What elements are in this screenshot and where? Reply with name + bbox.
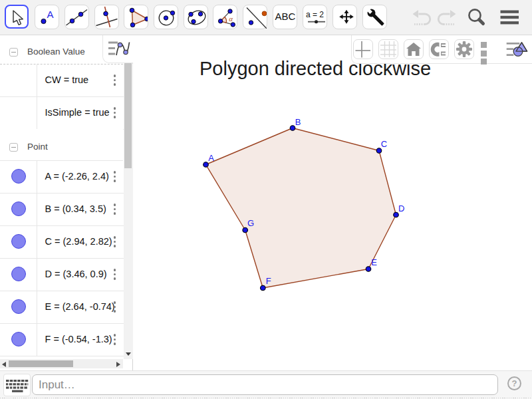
svg-text:E: E	[371, 257, 377, 267]
svg-text:A: A	[208, 153, 214, 163]
svg-text:D: D	[398, 203, 404, 213]
svg-text:C: C	[381, 139, 387, 149]
svg-text:a = 2: a = 2	[306, 10, 324, 19]
svg-text:F: F	[266, 276, 271, 286]
svg-text:G: G	[247, 218, 254, 228]
svg-text:α: α	[229, 15, 233, 23]
svg-text:ABC: ABC	[275, 11, 296, 22]
svg-text:B: B	[295, 117, 301, 127]
svg-text:A: A	[47, 9, 54, 20]
